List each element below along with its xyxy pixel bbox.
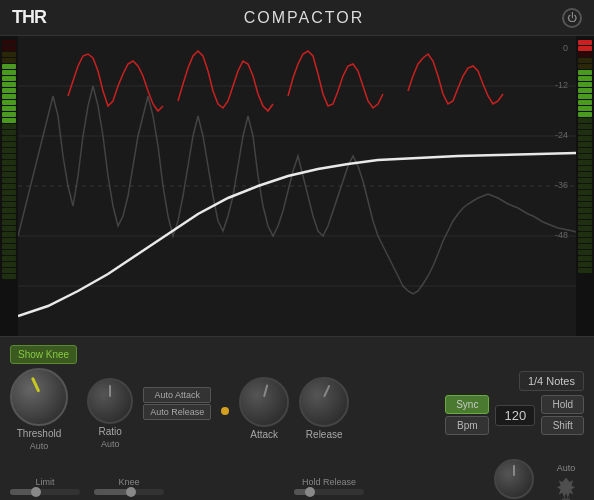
auto-release-button[interactable]: Auto Release	[143, 404, 211, 420]
controls-area: Show Knee Threshold Auto Ratio Auto Auto…	[0, 336, 594, 500]
vu-bar	[2, 82, 16, 87]
vu-bar	[2, 70, 16, 75]
vu-bar	[578, 142, 592, 147]
vu-bar	[578, 58, 592, 63]
release-label: Release	[306, 429, 343, 440]
threshold-knob[interactable]	[10, 368, 68, 426]
vu-bar	[578, 100, 592, 105]
ratio-label: Ratio	[98, 426, 121, 437]
svg-text:-36: -36	[555, 180, 568, 190]
griffin-logo	[548, 473, 584, 501]
auto-buttons: Auto Attack Auto Release	[143, 387, 211, 420]
vu-bar	[578, 172, 592, 177]
vu-meter-left	[0, 36, 18, 336]
main-display: -12 -24 -36 -48 0	[0, 36, 594, 336]
vu-bar	[578, 94, 592, 99]
vu-bar	[578, 118, 592, 123]
hold-release-group: Hold Release	[294, 477, 364, 495]
vu-bar	[578, 112, 592, 117]
release-group: Release	[299, 377, 349, 440]
power-button[interactable]: ⏻	[562, 8, 582, 28]
vu-bar	[578, 220, 592, 225]
svg-text:0: 0	[563, 43, 568, 53]
vu-bar	[2, 220, 16, 225]
vu-bar	[578, 226, 592, 231]
limit-slider[interactable]	[10, 489, 80, 495]
attack-indicator-dot	[221, 407, 229, 415]
bpm-value: 120	[495, 405, 535, 426]
hold-release-slider[interactable]	[294, 489, 364, 495]
vu-bar	[578, 82, 592, 87]
vu-bar	[578, 88, 592, 93]
knee-slider[interactable]	[94, 489, 164, 495]
vu-bar	[578, 166, 592, 171]
vu-bar	[578, 232, 592, 237]
vu-bar	[578, 214, 592, 219]
notes-value-label: 1/4 Notes	[528, 375, 575, 387]
threshold-auto: Auto	[30, 441, 49, 451]
vu-bar	[2, 52, 16, 57]
vu-bar	[578, 46, 592, 51]
vu-bar	[2, 154, 16, 159]
vu-bar	[2, 274, 16, 279]
vu-bar	[2, 256, 16, 261]
ratio-group: Ratio Auto	[87, 378, 133, 449]
show-knee-button[interactable]: Show Knee	[10, 345, 77, 364]
hold-shift-group: Hold Shift	[541, 395, 584, 435]
sync-bpm-group: Sync Bpm	[445, 395, 489, 435]
vu-bar	[578, 178, 592, 183]
vu-bar	[2, 88, 16, 93]
vu-bar	[578, 202, 592, 207]
hold-release-label: Hold Release	[302, 477, 356, 487]
knee-group: Knee	[94, 477, 164, 495]
vu-bar	[2, 214, 16, 219]
waveform-svg: -12 -24 -36 -48 0	[18, 36, 576, 336]
plugin-title: Compactor	[244, 9, 365, 27]
bpm-button[interactable]: Bpm	[445, 416, 489, 435]
vu-bar	[2, 184, 16, 189]
vu-bar	[2, 76, 16, 81]
sync-button[interactable]: Sync	[445, 395, 489, 414]
thr-logo: THR	[12, 7, 46, 28]
ratio-knob[interactable]	[87, 378, 133, 424]
vu-bar	[2, 94, 16, 99]
auto-label: Auto	[557, 463, 576, 473]
vu-bar	[578, 256, 592, 261]
limit-label: Limit	[35, 477, 54, 487]
vu-bar	[2, 40, 16, 45]
vu-bar	[2, 232, 16, 237]
vu-bar	[578, 124, 592, 129]
limit-group: Limit	[10, 477, 80, 495]
vu-bar	[578, 196, 592, 201]
vu-bar	[2, 238, 16, 243]
auto-group: Auto	[548, 463, 584, 501]
vu-bar	[578, 160, 592, 165]
vu-bar	[2, 160, 16, 165]
vu-bar	[578, 238, 592, 243]
mix-knob[interactable]	[494, 459, 534, 499]
vu-bar	[2, 148, 16, 153]
mix-group: Mix	[494, 459, 534, 500]
attack-knob[interactable]	[239, 377, 289, 427]
hold-button[interactable]: Hold	[541, 395, 584, 414]
vu-bar	[2, 172, 16, 177]
vu-bar	[2, 64, 16, 69]
vu-bar	[578, 250, 592, 255]
vu-bar	[578, 190, 592, 195]
vu-bar	[2, 190, 16, 195]
vu-bar	[578, 136, 592, 141]
vu-bar	[2, 100, 16, 105]
vu-bar	[2, 208, 16, 213]
vu-bar	[2, 244, 16, 249]
shift-button[interactable]: Shift	[541, 416, 584, 435]
vu-bar	[578, 130, 592, 135]
vu-bar	[2, 202, 16, 207]
svg-text:-24: -24	[555, 130, 568, 140]
release-knob[interactable]	[299, 377, 349, 427]
ratio-auto: Auto	[101, 439, 120, 449]
auto-attack-button[interactable]: Auto Attack	[143, 387, 211, 403]
vu-bar	[578, 268, 592, 273]
vu-bar	[578, 40, 592, 45]
svg-text:-48: -48	[555, 230, 568, 240]
vu-bar	[2, 178, 16, 183]
